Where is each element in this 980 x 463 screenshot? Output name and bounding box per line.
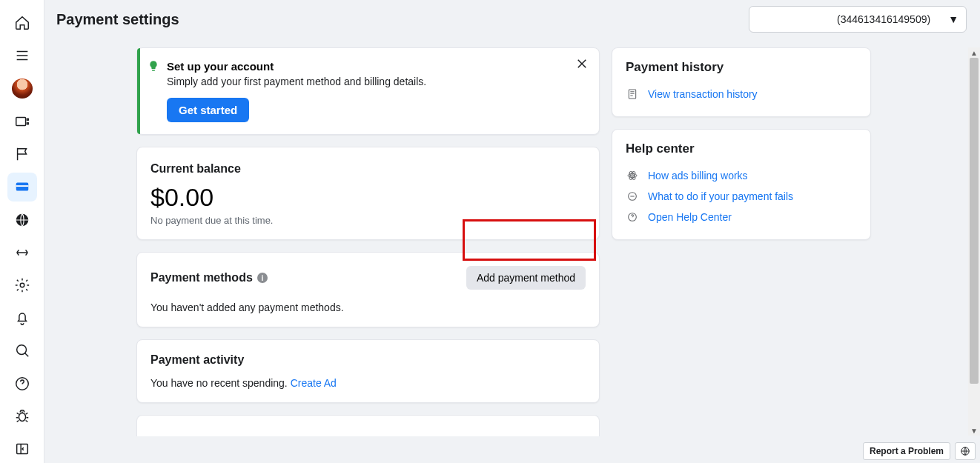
setup-desc: Simply add your first payment method and… xyxy=(167,76,569,87)
setup-title: Set up your account xyxy=(167,60,569,73)
nav-notifications[interactable] xyxy=(7,304,37,332)
nav-help[interactable] xyxy=(7,369,37,397)
balance-title: Current balance xyxy=(150,162,586,176)
home-icon xyxy=(14,15,30,31)
bell-icon xyxy=(14,310,30,326)
minus-circle-icon xyxy=(626,190,639,202)
svg-point-6 xyxy=(20,283,24,287)
nav-events[interactable] xyxy=(7,239,37,267)
page-title: Payment settings xyxy=(56,11,179,28)
nav-billing[interactable] xyxy=(7,173,37,201)
account-id: (344613416149509) xyxy=(837,13,930,25)
svg-rect-4 xyxy=(16,186,28,187)
report-problem-button[interactable]: Report a Problem xyxy=(863,442,950,460)
help-title: Help center xyxy=(626,141,857,156)
help-link-open-center[interactable]: Open Help Center xyxy=(648,211,732,223)
nav-home[interactable] xyxy=(7,9,37,37)
help-link-payment-fail[interactable]: What to do if your payment fails xyxy=(648,190,793,202)
svg-point-7 xyxy=(16,345,26,355)
close-icon[interactable] xyxy=(575,57,589,73)
receipt-icon xyxy=(626,88,639,100)
nav-ads[interactable] xyxy=(7,107,37,136)
menu-icon xyxy=(14,47,30,64)
payment-methods-card: Payment methods i Add payment method You… xyxy=(136,252,600,327)
chevron-down-icon: ▼ xyxy=(948,13,959,25)
bug-icon xyxy=(14,408,30,424)
info-icon[interactable]: i xyxy=(257,273,268,283)
balance-note: No payment due at this time. xyxy=(150,215,586,226)
create-ad-link[interactable]: Create Ad xyxy=(291,377,337,389)
nav-flag[interactable] xyxy=(7,140,37,168)
content-scroll: Set up your account Simply add your firs… xyxy=(44,47,961,436)
help-icon xyxy=(14,376,30,392)
view-transaction-history-link[interactable]: View transaction history xyxy=(648,88,758,100)
svg-point-9 xyxy=(19,413,25,421)
svg-rect-2 xyxy=(27,123,28,124)
search-icon xyxy=(14,342,30,359)
flag-icon xyxy=(14,146,30,162)
svg-rect-1 xyxy=(27,119,28,120)
left-nav-sidebar xyxy=(0,0,44,463)
next-card-stub xyxy=(136,415,600,436)
footer-globe-button[interactable] xyxy=(955,442,976,460)
ads-icon xyxy=(14,113,30,130)
svg-rect-11 xyxy=(629,90,635,99)
nav-settings[interactable] xyxy=(7,271,37,299)
card-icon xyxy=(14,179,30,195)
nav-collapse[interactable] xyxy=(7,435,37,463)
payment-methods-title: Payment methods xyxy=(150,271,253,284)
vertical-scrollbar[interactable]: ▲ ▼ xyxy=(968,47,980,436)
nav-search[interactable] xyxy=(7,336,37,364)
question-circle-icon xyxy=(626,211,639,223)
globe-icon xyxy=(960,446,970,456)
main-area: Payment settings (344613416149509) ▼ Set… xyxy=(44,0,980,463)
nav-menu[interactable] xyxy=(7,41,37,70)
current-balance-card: Current balance $0.00 No payment due at … xyxy=(136,147,600,240)
atom-icon xyxy=(626,170,639,181)
activity-text: You have no recent spending. xyxy=(150,377,291,389)
events-icon xyxy=(14,244,30,261)
user-avatar[interactable] xyxy=(12,79,33,99)
help-center-card: Help center How ads billing works What t… xyxy=(612,129,871,240)
add-payment-method-button[interactable]: Add payment method xyxy=(466,266,586,290)
scroll-down-icon[interactable]: ▼ xyxy=(968,425,980,436)
scroll-thumb[interactable] xyxy=(970,58,979,384)
payment-methods-empty: You haven't added any payment methods. xyxy=(150,302,586,313)
scroll-up-icon[interactable]: ▲ xyxy=(968,47,980,58)
history-title: Payment history xyxy=(626,60,857,75)
svg-point-12 xyxy=(632,175,634,177)
get-started-button[interactable]: Get started xyxy=(167,98,249,122)
lightbulb-icon xyxy=(148,60,159,75)
payment-activity-card: Payment activity You have no recent spen… xyxy=(136,339,600,403)
balance-amount: $0.00 xyxy=(150,183,586,212)
nav-bug[interactable] xyxy=(7,402,37,430)
collapse-icon xyxy=(14,441,30,457)
nav-globe[interactable] xyxy=(7,206,37,234)
svg-rect-0 xyxy=(16,118,25,126)
help-link-billing[interactable]: How ads billing works xyxy=(648,170,748,181)
page-header: Payment settings (344613416149509) ▼ xyxy=(44,0,980,39)
footer-bar: Report a Problem xyxy=(863,442,976,460)
account-selector[interactable]: (344613416149509) ▼ xyxy=(749,6,967,33)
activity-title: Payment activity xyxy=(150,353,586,367)
payment-history-card: Payment history View transaction history xyxy=(612,47,871,117)
setup-account-card: Set up your account Simply add your firs… xyxy=(136,47,600,135)
globe-icon xyxy=(14,212,30,228)
gear-icon xyxy=(14,277,30,293)
